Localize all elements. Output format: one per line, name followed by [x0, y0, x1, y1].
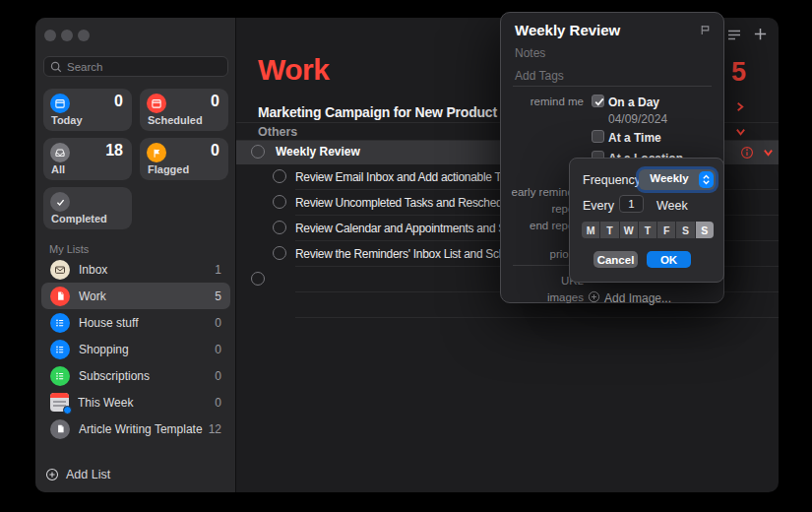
add-image-button[interactable]: Add Image...	[604, 291, 671, 305]
sidebar-item-article-writing-template[interactable]: Article Writing Template 12	[41, 416, 230, 442]
list-bullets-icon	[50, 313, 70, 333]
list-bullets-icon	[50, 340, 70, 359]
close-window-icon[interactable]	[44, 30, 56, 41]
my-lists-header: My Lists	[49, 243, 89, 255]
reminder-checkbox[interactable]	[251, 272, 265, 286]
page-title: Work	[258, 53, 329, 87]
zoom-window-icon[interactable]	[78, 30, 90, 41]
at-a-time-label: At a Time	[608, 131, 661, 145]
chevron-right-icon[interactable]	[734, 101, 745, 112]
add-list-button[interactable]: Add List	[45, 468, 110, 481]
sidebar-item-shopping[interactable]: Shopping 0	[41, 336, 230, 362]
interval-unit-label: Week	[656, 199, 688, 213]
frequency-value: Weekly	[639, 172, 700, 184]
day-segment-saturday[interactable]: S	[676, 222, 695, 238]
cancel-button[interactable]: Cancel	[593, 251, 638, 268]
day-segment-wednesday[interactable]: W	[620, 222, 639, 238]
every-label: Every	[583, 199, 614, 213]
sidebar-item-subscriptions[interactable]: Subscriptions 0	[41, 362, 230, 389]
sidebar-item-house-stuff[interactable]: House stuff 0	[41, 309, 230, 336]
interval-input[interactable]: 1	[619, 195, 644, 213]
reminder-date[interactable]: 04/09/2024	[608, 112, 667, 126]
smart-list-all[interactable]: 18 All	[43, 138, 132, 180]
smart-list-flagged[interactable]: 0 Flagged	[140, 138, 228, 180]
today-count: 0	[114, 93, 123, 110]
day-segment-monday[interactable]: M	[582, 222, 600, 238]
remind-me-label: remind me	[501, 96, 584, 107]
frequency-label: Frequency:	[583, 173, 645, 187]
scheduled-label: Scheduled	[148, 114, 203, 126]
frequency-select[interactable]: Weekly	[639, 169, 716, 190]
add-image-icon	[588, 290, 600, 303]
weekday-selector: M T W T F S S	[582, 222, 714, 238]
smart-list-scheduled[interactable]: 0 Scheduled	[140, 89, 228, 131]
on-a-day-checkbox[interactable]	[592, 95, 604, 107]
calendar-badge-icon	[50, 393, 69, 412]
notes-field[interactable]: Notes	[515, 46, 545, 60]
checkmark-icon	[50, 192, 70, 212]
search-icon	[50, 61, 62, 73]
all-label: All	[51, 163, 65, 175]
view-options-icon[interactable]	[726, 28, 742, 42]
at-a-time-checkbox[interactable]	[592, 130, 604, 143]
images-label: images	[501, 291, 584, 303]
day-segment-thursday[interactable]: T	[639, 222, 657, 238]
smart-list-completed[interactable]: Completed	[43, 187, 132, 229]
calendar-today-icon	[50, 94, 70, 113]
search-field[interactable]	[43, 56, 228, 77]
stepper-arrows-icon	[699, 171, 714, 188]
reminder-checkbox[interactable]	[251, 145, 265, 159]
flag-outline-icon[interactable]	[699, 24, 712, 36]
calendar-scheduled-icon	[147, 94, 166, 113]
completed-label: Completed	[51, 213, 107, 224]
reminder-checkbox[interactable]	[273, 246, 286, 260]
my-lists: Inbox 1 Work 5 House stuff 0	[41, 256, 230, 442]
day-segment-tuesday[interactable]: T	[600, 222, 619, 238]
today-label: Today	[51, 114, 83, 126]
on-a-day-label: On a Day	[608, 96, 659, 109]
tags-field[interactable]: Add Tags	[515, 69, 564, 83]
page-icon	[50, 419, 70, 439]
ok-button[interactable]: OK	[647, 251, 691, 268]
repeat-frequency-popup: Frequency: Weekly Every 1 Week M T W T F…	[569, 158, 724, 283]
list-count-badge: 5	[731, 57, 746, 88]
sidebar-item-inbox[interactable]: Inbox 1	[41, 256, 230, 283]
tray-icon	[50, 143, 70, 162]
detail-title: Weekly Review	[515, 22, 620, 38]
list-bullets-icon	[50, 366, 70, 386]
flagged-count: 0	[211, 142, 219, 160]
smart-list-today[interactable]: 0 Today	[43, 89, 132, 131]
sidebar-item-work[interactable]: Work 5	[41, 283, 230, 309]
chevron-down-icon[interactable]	[735, 126, 746, 137]
document-icon	[50, 287, 70, 306]
reminder-checkbox[interactable]	[273, 221, 286, 234]
flagged-label: Flagged	[148, 163, 189, 175]
scheduled-count: 0	[211, 93, 219, 110]
add-reminder-icon[interactable]	[753, 27, 768, 41]
window-controls[interactable]	[44, 30, 90, 41]
all-count: 18	[105, 142, 123, 160]
plus-circle-icon	[45, 468, 59, 481]
envelope-icon	[50, 260, 70, 280]
day-segment-sunday[interactable]: S	[696, 222, 714, 238]
sidebar: 0 Today 0 Scheduled 18 All	[35, 18, 236, 492]
sidebar-item-this-week[interactable]: This Week 0	[41, 389, 230, 416]
search-input[interactable]	[67, 61, 221, 73]
reminder-checkbox[interactable]	[273, 169, 286, 183]
flag-icon	[147, 143, 166, 162]
day-segment-friday[interactable]: F	[657, 222, 676, 238]
reminder-checkbox[interactable]	[273, 195, 286, 209]
smart-lists: 0 Today 0 Scheduled 18 All	[43, 89, 228, 229]
minimize-window-icon[interactable]	[61, 30, 73, 41]
chevron-down-icon[interactable]	[763, 147, 774, 158]
info-icon[interactable]	[740, 146, 754, 160]
